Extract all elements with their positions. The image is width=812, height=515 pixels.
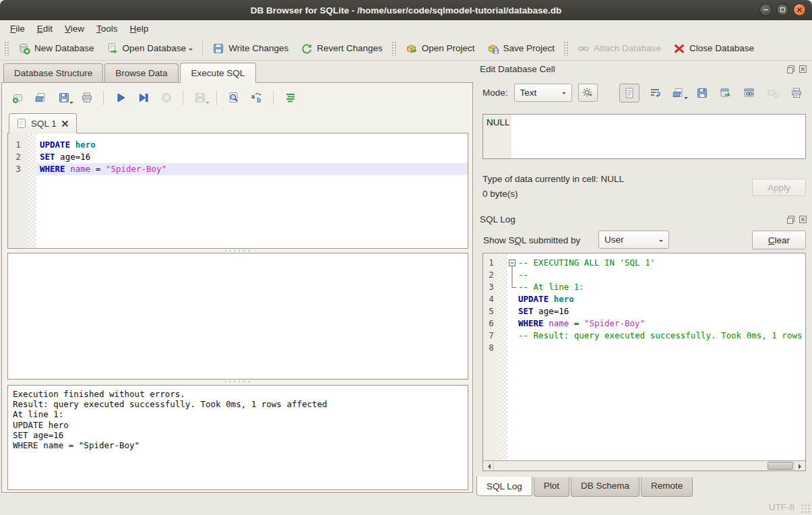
menu-edit[interactable]: Edit bbox=[31, 22, 59, 36]
cell-editor-toolbar bbox=[619, 84, 805, 102]
sql-log-controls: Show SQL submitted by User Clear bbox=[482, 231, 806, 250]
export-data-button[interactable] bbox=[694, 85, 710, 101]
print-cell-button[interactable] bbox=[788, 85, 805, 101]
chevron-down-icon[interactable] bbox=[206, 102, 210, 106]
tab-new-icon bbox=[11, 91, 25, 104]
execution-message-pane[interactable]: Execution finished without errors.Result… bbox=[7, 385, 468, 490]
log-horizontal-scrollbar[interactable] bbox=[483, 460, 805, 471]
toolbar-separator bbox=[273, 90, 274, 105]
sql-log-view[interactable]: 1-- EXECUTING ALL IN 'SQL 1'2--3-- At li… bbox=[482, 253, 806, 471]
open-project-button[interactable]: Open Project bbox=[400, 40, 481, 57]
resize-grip[interactable] bbox=[801, 504, 810, 513]
execute-all-button[interactable] bbox=[111, 89, 129, 107]
minimize-button[interactable] bbox=[759, 3, 772, 16]
fold-marker-icon[interactable] bbox=[507, 269, 517, 281]
bottom-tab-db-schema[interactable]: DB Schema bbox=[571, 477, 639, 497]
splitter-results-message[interactable] bbox=[7, 380, 468, 384]
sql-code-editor[interactable]: 1UPDATE hero2SET age=163WHERE name = "Sp… bbox=[7, 133, 468, 249]
code-line: 4UPDATE hero bbox=[483, 293, 805, 305]
mode-select[interactable]: Text bbox=[514, 84, 572, 102]
code-line: 7-- Result: query executed successfully.… bbox=[483, 330, 805, 342]
wrap-icon bbox=[648, 86, 662, 100]
find-replace-button[interactable]: ab bbox=[247, 89, 266, 107]
code-text: -- Result: query executed successfully. … bbox=[518, 330, 805, 342]
write-changes-button[interactable]: Write Changes bbox=[206, 40, 294, 57]
toolbar-handle[interactable] bbox=[563, 41, 569, 56]
fold-marker-icon[interactable] bbox=[507, 281, 517, 293]
close-panel-icon[interactable] bbox=[798, 64, 807, 73]
save-project-button[interactable]: Save Project bbox=[481, 40, 561, 57]
log-filter-select[interactable]: User bbox=[598, 231, 669, 249]
new-sql-tab-button[interactable] bbox=[9, 89, 27, 107]
sql-log-title: SQL Log bbox=[480, 214, 516, 224]
close-database-button[interactable]: Close Database bbox=[667, 40, 760, 57]
code-text: UPDATE hero bbox=[40, 139, 468, 151]
word-wrap-button[interactable] bbox=[647, 85, 663, 101]
bottom-tab-plot[interactable]: Plot bbox=[534, 477, 569, 497]
save-icon bbox=[695, 86, 709, 100]
tab-database-structure[interactable]: Database Structure bbox=[3, 63, 103, 82]
print-sql-button[interactable] bbox=[77, 89, 96, 107]
results-table-pane[interactable] bbox=[7, 253, 468, 380]
revert-changes-button[interactable]: Revert Changes bbox=[294, 40, 389, 57]
float-panel-icon[interactable] bbox=[786, 64, 795, 73]
close-panel-icon[interactable] bbox=[798, 214, 807, 224]
chevron-down-icon[interactable] bbox=[69, 102, 73, 106]
toolbar-handle[interactable] bbox=[4, 41, 9, 56]
scrollbar-thumb[interactable] bbox=[768, 462, 793, 470]
line-number: 1 bbox=[8, 139, 28, 151]
menu-file[interactable]: File bbox=[4, 22, 31, 36]
message-line: At line 1: bbox=[13, 409, 463, 419]
play-line-icon bbox=[137, 91, 150, 104]
scroll-right-icon[interactable] bbox=[794, 462, 805, 471]
sql-tab-label: SQL 1 bbox=[31, 119, 57, 129]
titlebar[interactable]: DB Browser for SQLite - /home/user/code/… bbox=[0, 0, 812, 20]
tab-execute-sql[interactable]: Execute SQL bbox=[180, 63, 257, 83]
bottom-tab-sql-log[interactable]: SQL Log bbox=[476, 477, 532, 496]
execute-current-line-button[interactable] bbox=[134, 89, 152, 107]
auto-apply-button[interactable] bbox=[578, 84, 598, 102]
message-line: UPDATE hero bbox=[13, 420, 463, 430]
open-database-button[interactable]: Open Database bbox=[100, 40, 199, 57]
scroll-left-icon[interactable] bbox=[484, 462, 494, 471]
gear-icon bbox=[581, 86, 594, 99]
format-sql-button[interactable] bbox=[281, 89, 299, 107]
chevron-down-icon[interactable] bbox=[189, 49, 193, 53]
float-panel-icon[interactable] bbox=[786, 214, 795, 224]
replace-icon: ab bbox=[250, 91, 263, 104]
chevron-down-icon[interactable] bbox=[684, 97, 688, 101]
menu-help[interactable]: Help bbox=[124, 22, 155, 36]
close-tab-icon[interactable] bbox=[61, 120, 69, 127]
maximize-button[interactable] bbox=[776, 3, 789, 16]
save-sql-file-button[interactable] bbox=[55, 89, 73, 107]
fold-marker-icon[interactable] bbox=[507, 257, 517, 269]
doc-icon bbox=[623, 86, 636, 100]
copy-data-link-button[interactable] bbox=[741, 85, 757, 101]
svg-text:a: a bbox=[251, 93, 255, 100]
close-database-label: Close Database bbox=[689, 43, 754, 53]
bottom-tab-remote[interactable]: Remote bbox=[641, 477, 693, 497]
mode-label: Mode: bbox=[482, 88, 508, 98]
menu-tools[interactable]: Tools bbox=[90, 22, 124, 36]
menu-view[interactable]: View bbox=[59, 22, 90, 36]
find-button[interactable] bbox=[224, 89, 243, 107]
message-line: Execution finished without errors. bbox=[13, 389, 463, 399]
new-database-button[interactable]: New Database bbox=[12, 40, 100, 57]
close-button[interactable] bbox=[793, 3, 806, 16]
mode-value: Text bbox=[520, 88, 537, 98]
cell-value-editor[interactable]: NULL bbox=[482, 114, 806, 159]
clear-log-button[interactable]: Clear bbox=[752, 231, 806, 249]
line-number: 1 bbox=[483, 257, 499, 269]
open-external-button[interactable] bbox=[718, 85, 734, 101]
window-controls bbox=[759, 3, 806, 16]
import-data-button[interactable] bbox=[670, 85, 687, 101]
text-mode-button[interactable] bbox=[619, 84, 639, 102]
edit-cell-dock-header: Edit Database Cell bbox=[480, 62, 807, 75]
open-sql-file-button[interactable] bbox=[32, 89, 50, 107]
tab-browse-data[interactable]: Browse Data bbox=[104, 63, 178, 82]
code-text: WHERE name = "Spider-Boy" bbox=[40, 163, 468, 175]
toolbar-handle[interactable] bbox=[392, 41, 397, 56]
apply-button[interactable]: Apply bbox=[752, 179, 806, 196]
sql-document-tab[interactable]: SQL 1 bbox=[9, 113, 77, 133]
play-icon bbox=[114, 91, 127, 104]
